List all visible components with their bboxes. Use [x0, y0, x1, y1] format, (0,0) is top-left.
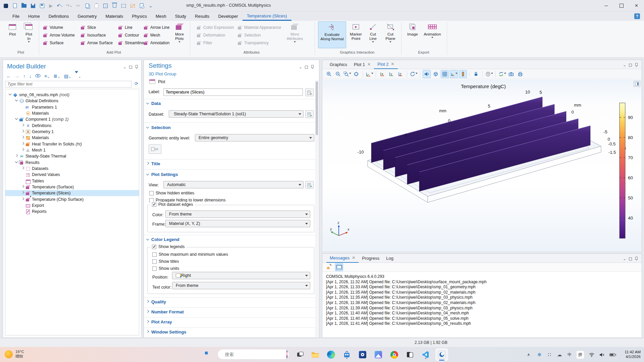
tree-item-geometry1[interactable]: Geometry 1 — [5, 129, 139, 135]
tab-file[interactable]: File — [8, 12, 24, 21]
annotation-button[interactable]: Annotation — [144, 40, 169, 46]
tree-item-datasets[interactable]: Datasets — [5, 166, 139, 172]
filter-button[interactable]: Filter — [197, 40, 212, 46]
tray-chevron-icon[interactable]: ∧ — [525, 350, 532, 360]
grid-icon[interactable] — [441, 70, 449, 78]
tab-plot2[interactable]: Plot 2✕ — [374, 60, 397, 69]
tree-item-export[interactable]: Export — [5, 202, 139, 208]
show-hidden-checkbox[interactable]: Show hidden entities — [149, 191, 194, 195]
update-plot-icon[interactable] — [498, 70, 506, 78]
task-view-button[interactable] — [295, 350, 305, 360]
cut-line-button[interactable]: Cut Line — [366, 21, 380, 48]
tab-plot1[interactable]: Plot 1✕ — [351, 60, 374, 69]
tree-item-temperature-surface[interactable]: Temperature (Surface) — [5, 184, 139, 190]
messages-log[interactable]: COMSOL Multiphysics 6.4.0.293 [Apr 1, 20… — [323, 272, 641, 337]
isosurface-button[interactable]: Isosurface — [80, 32, 106, 39]
close-button[interactable] — [629, 0, 644, 11]
file-explorer-button[interactable] — [310, 350, 320, 360]
panel-pin-icon[interactable] — [635, 257, 638, 261]
checkbox-checked-icon[interactable] — [152, 245, 156, 249]
new-file-button[interactable] — [12, 3, 18, 9]
default-view-icon[interactable] — [365, 70, 373, 78]
tree-item-global-definitions[interactable]: Global Definitions — [5, 98, 139, 104]
section-window-settings[interactable]: Window Settings — [147, 329, 186, 335]
clear-messages-icon[interactable] — [325, 263, 333, 271]
more-attributes-button[interactable]: More Attributes — [284, 21, 306, 48]
volume-button[interactable]: Volume — [43, 24, 63, 31]
slice-button[interactable]: Slice — [80, 24, 96, 31]
tray-app-icon[interactable]: ✻ — [535, 350, 543, 360]
dataset-combo[interactable]: Steady-State Thermal/Solution 1 (sol1) — [169, 110, 304, 118]
tray-grid-icon[interactable] — [545, 350, 553, 360]
tree-item-component1[interactable]: Component 1(comp 1) — [5, 116, 139, 122]
marker-point-button[interactable]: Marker Point — [347, 21, 364, 48]
delete-button[interactable] — [111, 3, 117, 9]
panel-float-icon[interactable] — [629, 64, 632, 67]
terminal-app-button[interactable] — [405, 350, 415, 360]
checkbox-checked-icon[interactable] — [152, 202, 156, 207]
tree-item-tables[interactable]: Tables — [5, 178, 139, 184]
section-selection[interactable]: Selection — [147, 125, 171, 130]
tab-materials[interactable]: Materials — [101, 12, 127, 21]
tab-log[interactable]: Log — [383, 254, 397, 263]
office-button[interactable] — [358, 350, 368, 360]
deformation-button[interactable]: Deformation — [197, 32, 225, 39]
show-color-legend-icon[interactable] — [459, 70, 467, 78]
evaluate-along-normal-button[interactable]: Evaluate Along Normal — [318, 21, 346, 48]
selection-button[interactable]: Selection — [237, 32, 261, 39]
legend-text-color-combo[interactable]: From theme — [172, 282, 310, 289]
checkbox-icon[interactable] — [149, 191, 154, 195]
undo-button[interactable]: ↶⌄ — [57, 3, 63, 9]
filter-nodes-button[interactable]: ⌄ — [75, 73, 81, 79]
scrollbar-thumb[interactable] — [316, 81, 318, 135]
propagate-hiding-checkbox[interactable]: Propagate hiding to lower dimensions — [149, 198, 225, 202]
ime-language-indicator[interactable]: 中 — [566, 350, 574, 360]
minimize-button[interactable] — [599, 0, 614, 11]
vscode-button[interactable] — [421, 350, 431, 360]
cut-button[interactable]: ✂ — [75, 3, 81, 9]
refresh-icon[interactable]: ⟳ — [135, 81, 138, 86]
plot-dataset-edges-checkbox[interactable]: Plot dataset edges — [150, 202, 195, 207]
dataset-list-button[interactable] — [305, 110, 314, 118]
panel-menu-chevron-icon[interactable] — [623, 256, 626, 261]
image-export-button[interactable]: Image — [405, 21, 421, 48]
section-quality[interactable]: Quality — [147, 299, 166, 304]
checkbox-icon[interactable] — [152, 259, 157, 264]
plot-in-button[interactable]: Plot In — [21, 21, 37, 48]
line-button[interactable]: Line — [118, 24, 132, 31]
collapse-all-button[interactable]: ≡⌄ — [44, 73, 50, 79]
lock-icon[interactable] — [472, 70, 480, 78]
rotate-view-icon[interactable] — [410, 70, 418, 78]
duplicate-button[interactable] — [102, 3, 108, 9]
search-highlight-image[interactable] — [286, 350, 287, 358]
streamline-button[interactable]: Streamline — [118, 40, 144, 46]
active-selection-toggle[interactable] — [149, 144, 161, 154]
tree-item-reports[interactable]: Reports — [5, 208, 139, 215]
weather-widget[interactable]: 16°C晴朗 — [5, 350, 24, 359]
color-expression-button[interactable]: Color Expression — [197, 24, 234, 31]
transparency-button[interactable]: Transparency — [237, 40, 269, 46]
wifi-icon[interactable] — [588, 350, 596, 360]
tab-physics[interactable]: Physics — [127, 12, 151, 21]
axis-orientation-icon[interactable] — [450, 70, 458, 78]
edges-frame-combo[interactable]: Material (X, Y, Z) — [165, 220, 310, 227]
view-yz-icon[interactable] — [387, 70, 395, 78]
zoom-out-icon[interactable] — [334, 70, 342, 78]
panel-float-icon[interactable] — [305, 66, 308, 69]
label-list-button[interactable] — [305, 88, 314, 96]
close-tab-icon[interactable]: ✕ — [367, 62, 371, 67]
tab-results[interactable]: Results — [191, 12, 214, 21]
plot-canvas[interactable]: Temperature (degC) — [323, 79, 642, 251]
checkbox-icon[interactable] — [152, 266, 157, 271]
scene-light-icon[interactable] — [423, 70, 431, 78]
section-data[interactable]: Data — [147, 101, 161, 106]
section-plot-settings[interactable]: Plot Settings — [147, 172, 178, 177]
save-as-button[interactable] — [39, 3, 45, 9]
entity-level-combo[interactable]: Entire geometry — [195, 134, 314, 141]
move-down-button[interactable]: ↓ — [29, 73, 32, 79]
open-file-button[interactable] — [21, 3, 27, 9]
save-button[interactable] — [30, 3, 36, 9]
close-tab-icon[interactable]: ✕ — [352, 255, 355, 260]
label-input[interactable] — [163, 88, 303, 96]
panel-menu-chevron-icon[interactable] — [623, 63, 626, 67]
